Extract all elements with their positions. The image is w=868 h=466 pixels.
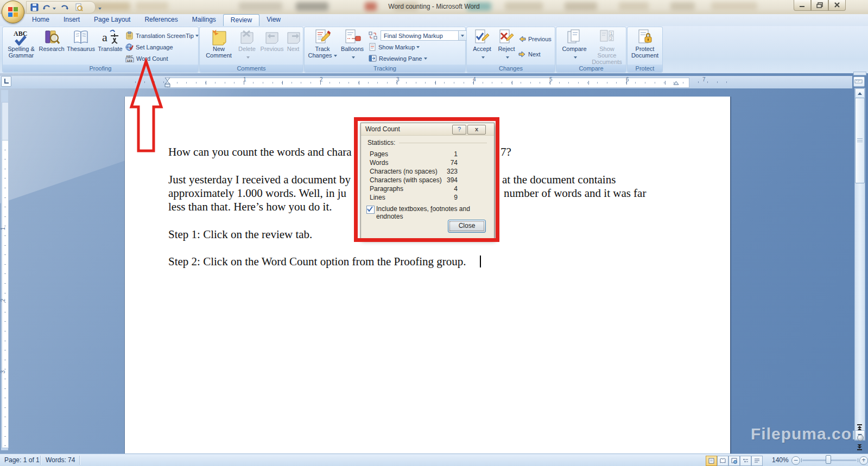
ruler-number: 6	[626, 76, 629, 82]
vertical-ruler[interactable]: 1 2 3	[1, 90, 8, 450]
svg-text:a: a	[102, 30, 107, 44]
spelling-grammar-button[interactable]: ABC Spelling & Grammar	[5, 28, 37, 64]
tab-selector[interactable]	[1, 76, 11, 87]
zoom-slider-thumb[interactable]	[826, 455, 831, 464]
arrow-up-icon	[858, 92, 862, 95]
title-bar: Word counting - Microsoft Word	[0, 0, 868, 15]
close-icon	[834, 2, 840, 8]
doc-text-line: How can you count the words and chara	[168, 145, 352, 159]
select-browse-object-button[interactable]	[857, 435, 864, 441]
zoom-level[interactable]: 140%	[772, 456, 789, 464]
tab-home[interactable]: Home	[25, 14, 56, 26]
tab-review[interactable]: Review	[223, 14, 259, 27]
web-layout-icon	[731, 458, 737, 464]
office-button[interactable]	[2, 1, 24, 23]
group-label-comments: Comments	[200, 65, 303, 72]
chevron-down-icon	[458, 31, 466, 40]
translation-screentip-button[interactable]: Translation ScreenTip	[125, 30, 199, 41]
ruler-number: 3	[396, 76, 400, 82]
web-layout-view-button[interactable]	[728, 456, 740, 466]
word-count-indicator[interactable]: Words: 74	[46, 456, 75, 464]
doc-text-line: approximately 1.000 words. Well, in ju	[168, 187, 346, 200]
chevron-down-icon	[416, 46, 420, 48]
doc-text-line: number of words and it was far	[504, 187, 646, 200]
next-page-button[interactable]	[856, 443, 864, 451]
chevron-down-icon	[506, 56, 509, 59]
text-caret	[480, 256, 481, 267]
svg-text:1: 1	[610, 31, 612, 35]
window-title: Word counting - Microsoft Word	[0, 3, 868, 10]
thesaurus-button[interactable]: Thesaurus	[67, 28, 95, 64]
compare-icon	[566, 29, 582, 46]
reject-button[interactable]: Reject	[496, 28, 517, 64]
qat-customize-button[interactable]	[97, 3, 102, 13]
minimize-icon	[799, 3, 806, 8]
display-for-review-combo[interactable]: Final Showing Markup	[381, 30, 467, 41]
research-button[interactable]: Research	[37, 28, 66, 64]
zoom-out-button[interactable]: –	[791, 456, 800, 465]
ruler-toggle-icon	[854, 77, 863, 85]
next-comment-button[interactable]: Next	[286, 28, 301, 64]
tab-page-layout[interactable]: Page Layout	[87, 14, 137, 26]
reviewing-pane-button[interactable]: Reviewing Pane	[369, 53, 427, 63]
set-language-button[interactable]: Set Language	[125, 42, 173, 52]
zoom-in-button[interactable]: +	[859, 456, 868, 465]
close-button[interactable]	[828, 0, 846, 11]
previous-comment-button[interactable]: Previous	[259, 28, 284, 64]
previous-change-button[interactable]: Previous	[518, 34, 552, 44]
balloons-button[interactable]: Balloons	[338, 28, 366, 64]
restore-button[interactable]	[811, 0, 828, 11]
group-compare: Compare 1 2 Show Source Documents Compar…	[556, 27, 626, 73]
tab-references[interactable]: References	[137, 14, 185, 26]
tab-mailings[interactable]: Mailings	[185, 14, 223, 26]
show-markup-button[interactable]: Show Markup	[369, 42, 420, 52]
chevron-down-icon	[574, 56, 577, 59]
research-icon	[43, 29, 60, 46]
full-screen-reading-view-button[interactable]	[717, 456, 728, 466]
save-button[interactable]	[29, 3, 40, 12]
redo-button[interactable]	[59, 3, 70, 12]
scrollbar-thumb[interactable]	[855, 98, 865, 183]
vertical-scrollbar[interactable]	[854, 88, 865, 441]
tab-view[interactable]: View	[259, 14, 288, 26]
protect-document-icon	[637, 29, 653, 46]
track-changes-icon	[314, 29, 331, 46]
ruler-number: 1	[243, 76, 246, 82]
track-changes-button[interactable]: Track Changes	[308, 28, 337, 64]
next-page-icon	[857, 444, 863, 450]
scroll-up-button[interactable]	[855, 88, 865, 98]
right-indent-marker[interactable]	[673, 81, 679, 85]
display-for-review-icon	[369, 31, 377, 40]
group-tracking: Track Changes Balloons	[304, 27, 466, 73]
print-preview-button[interactable]	[73, 3, 84, 12]
red-box-annotation	[354, 117, 499, 242]
minimize-button[interactable]	[794, 0, 811, 11]
thumb-grip	[857, 138, 863, 139]
outline-view-button[interactable]	[740, 456, 751, 466]
reject-icon	[498, 29, 515, 46]
print-layout-view-button[interactable]	[706, 456, 717, 466]
doc-text-line: Just yesterday I received a document by	[168, 173, 351, 187]
translate-button[interactable]: a Translate	[96, 28, 124, 64]
ruler-number: 3	[0, 371, 6, 374]
svg-text:2: 2	[610, 37, 612, 41]
redo-icon	[60, 3, 69, 11]
accept-button[interactable]: Accept	[470, 28, 495, 64]
undo-button[interactable]	[42, 3, 56, 12]
print-preview-icon	[75, 3, 83, 11]
ruler-number: 2	[320, 76, 323, 82]
previous-page-icon	[857, 424, 863, 431]
compare-button[interactable]: Compare	[560, 28, 589, 64]
next-change-button[interactable]: Next	[518, 49, 541, 59]
delete-comment-button[interactable]: Delete	[236, 28, 258, 64]
show-source-documents-button[interactable]: 1 2 Show Source Documents	[590, 28, 624, 64]
translate-icon: a	[102, 29, 119, 46]
draft-view-button[interactable]	[751, 456, 763, 466]
protect-document-button[interactable]: Protect Document	[630, 28, 660, 64]
page-indicator[interactable]: Page: 1 of 1	[4, 456, 40, 464]
tab-insert[interactable]: Insert	[56, 14, 87, 26]
new-comment-button[interactable]: New Comment	[203, 28, 235, 64]
ruler-toggle-button[interactable]	[853, 76, 865, 87]
split-handle[interactable]	[853, 72, 866, 75]
previous-page-button[interactable]	[856, 424, 864, 431]
